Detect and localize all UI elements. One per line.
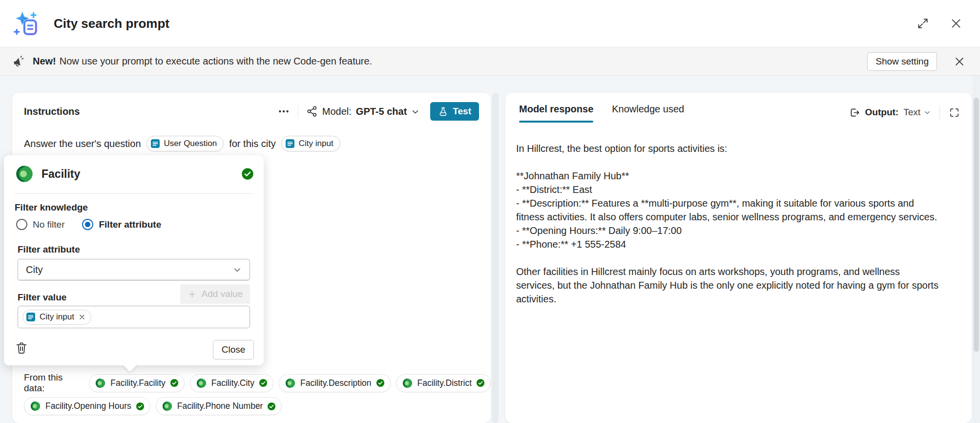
data-pill-label: Facility.District bbox=[417, 378, 472, 388]
response-line: Other facilities in Hillcrest mainly foc… bbox=[516, 265, 938, 306]
filter-attribute-dropdown[interactable]: City bbox=[18, 259, 250, 280]
chevron-down-icon bbox=[924, 109, 931, 116]
radio-no-filter-label: No filter bbox=[33, 219, 64, 230]
model-label: Model: bbox=[322, 106, 352, 117]
model-value: GPT-5 chat bbox=[356, 106, 407, 117]
text-input-icon bbox=[26, 312, 36, 322]
text-input-icon bbox=[285, 139, 295, 148]
response-line bbox=[516, 251, 938, 265]
left-panel-scrollbar[interactable] bbox=[492, 93, 499, 423]
filter-attribute-value: City bbox=[26, 264, 42, 275]
data-pill-label: Facility.Facility bbox=[110, 378, 165, 388]
dataverse-icon bbox=[196, 378, 207, 389]
filter-attribute-label: Filter attribute bbox=[18, 244, 80, 255]
dataverse-icon bbox=[285, 378, 296, 389]
response-line: - **Phone:** +1 555-2584 bbox=[516, 237, 938, 251]
response-line: - **District:** East bbox=[516, 183, 938, 196]
response-line: **Johnathan Family Hub** bbox=[516, 169, 938, 183]
prompt-text-middle: for this city bbox=[229, 138, 276, 149]
remove-value-icon[interactable] bbox=[78, 313, 86, 321]
radio-filter-attribute[interactable]: Filter attribute bbox=[82, 219, 161, 230]
check-badge-icon bbox=[259, 379, 268, 387]
banner-highlight: New! bbox=[33, 56, 56, 67]
output-type-dropdown[interactable]: Text bbox=[903, 107, 931, 118]
page-scrollbar-thumb[interactable] bbox=[974, 98, 979, 352]
flask-icon bbox=[438, 106, 448, 117]
facility-filter-dialog: Facility Filter knowledge No filter Filt… bbox=[4, 155, 264, 365]
banner-message: Now use your prompt to execute actions w… bbox=[60, 56, 372, 67]
plus-icon bbox=[188, 290, 197, 299]
from-data-section: From this data: Facility.Facility Facili… bbox=[24, 372, 491, 415]
check-badge-icon bbox=[376, 379, 385, 387]
filter-value-input[interactable]: City input bbox=[18, 306, 250, 328]
fullscreen-icon[interactable] bbox=[949, 107, 960, 118]
filter-knowledge-label: Filter knowledge bbox=[15, 202, 88, 213]
check-badge-icon bbox=[476, 379, 485, 387]
data-pill-label: Facility.Opening Hours bbox=[45, 401, 131, 411]
chevron-down-icon bbox=[411, 107, 419, 116]
text-input-icon bbox=[150, 139, 160, 148]
prompt-app-icon bbox=[13, 10, 39, 37]
radio-no-filter[interactable]: No filter bbox=[16, 219, 64, 230]
radio-filter-attribute-label: Filter attribute bbox=[99, 219, 161, 230]
dataverse-icon bbox=[15, 164, 34, 184]
dialog-divider bbox=[15, 193, 253, 194]
model-flow-icon bbox=[306, 106, 318, 117]
data-pill-facility-city[interactable]: Facility.City bbox=[190, 374, 273, 392]
radio-circle[interactable] bbox=[16, 219, 27, 230]
add-value-button[interactable]: Add value bbox=[180, 284, 250, 304]
controls-divider bbox=[939, 106, 940, 119]
prompt-text-before: Answer the user's question bbox=[24, 138, 141, 149]
data-pill-label: Facility.Description bbox=[300, 378, 372, 388]
more-options-icon[interactable] bbox=[277, 105, 290, 118]
from-data-label: From this data: bbox=[24, 372, 82, 394]
data-pill-facility-opening-hours[interactable]: Facility.Opening Hours bbox=[24, 397, 150, 415]
check-badge-icon bbox=[170, 379, 179, 387]
dataverse-icon bbox=[402, 378, 413, 389]
check-badge-icon bbox=[241, 168, 254, 180]
tab-model-response[interactable]: Model response bbox=[519, 104, 593, 123]
prompt-editor[interactable]: Answer the user's question User Question… bbox=[24, 136, 340, 151]
banner-close-icon[interactable] bbox=[954, 56, 965, 67]
filter-value-label: Filter value bbox=[18, 292, 66, 303]
input-pill-city-input[interactable]: City input bbox=[281, 136, 340, 151]
chevron-down-icon bbox=[233, 265, 242, 274]
data-pill-facility-district[interactable]: Facility.District bbox=[396, 374, 491, 392]
expand-window-icon[interactable] bbox=[917, 17, 929, 30]
response-line bbox=[516, 155, 938, 169]
delete-knowledge-icon[interactable] bbox=[15, 341, 28, 355]
data-pill-label: Facility.City bbox=[211, 378, 254, 388]
page-scrollbar-track[interactable] bbox=[973, 76, 980, 423]
data-pill-facility-facility[interactable]: Facility.Facility bbox=[89, 374, 184, 392]
response-line: In Hillcrest, the best option for sports… bbox=[516, 142, 938, 155]
response-tabs: Model response Knowledge used bbox=[519, 104, 684, 123]
input-pill-label: User Question bbox=[164, 139, 217, 148]
dialog-title: Facility bbox=[42, 168, 80, 181]
toolbar-divider bbox=[298, 105, 298, 118]
data-pill-facility-phone-number[interactable]: Facility.Phone Number bbox=[156, 397, 282, 415]
model-response-panel: Model response Knowledge used Output: Te… bbox=[505, 93, 972, 423]
page-title: City search prompt bbox=[54, 16, 169, 31]
data-pill-label: Facility.Phone Number bbox=[177, 401, 263, 411]
announcement-icon bbox=[12, 55, 25, 68]
radio-circle-selected[interactable] bbox=[82, 219, 93, 230]
new-feature-banner: New! Now use your prompt to execute acti… bbox=[0, 47, 980, 76]
value-pill-city-input[interactable]: City input bbox=[22, 310, 91, 325]
show-setting-button[interactable]: Show setting bbox=[867, 52, 937, 71]
test-button[interactable]: Test bbox=[430, 102, 479, 121]
close-window-icon[interactable] bbox=[950, 17, 962, 30]
check-badge-icon bbox=[267, 402, 276, 411]
instructions-title: Instructions bbox=[24, 106, 80, 117]
dialog-close-button[interactable]: Close bbox=[213, 340, 254, 360]
add-value-label: Add value bbox=[201, 289, 243, 299]
model-selector[interactable]: Model: GPT-5 chat bbox=[306, 106, 420, 117]
dataverse-icon bbox=[162, 401, 173, 412]
output-label: Output: bbox=[865, 107, 899, 118]
test-button-label: Test bbox=[453, 106, 471, 117]
tab-knowledge-used[interactable]: Knowledge used bbox=[612, 104, 684, 123]
data-pill-facility-description[interactable]: Facility.Description bbox=[279, 374, 391, 392]
response-line: - **Description:** Features a **multi-pu… bbox=[516, 196, 938, 224]
dataverse-icon bbox=[95, 378, 106, 389]
app-header: City search prompt bbox=[0, 0, 980, 47]
input-pill-user-question[interactable]: User Question bbox=[146, 136, 224, 151]
